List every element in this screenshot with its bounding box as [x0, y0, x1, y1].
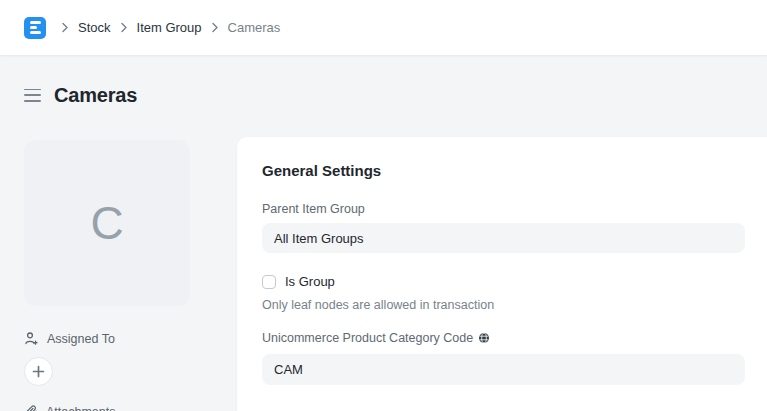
hamburger-icon — [24, 89, 41, 91]
attachments-label: Attachments — [46, 405, 115, 411]
parent-item-group-input[interactable] — [262, 223, 745, 253]
is-group-description: Only leaf nodes are allowed in transacti… — [262, 298, 767, 312]
unicommerce-category-code-label: Unicommerce Product Category Code — [262, 331, 767, 345]
assigned-to-section: Assigned To — [24, 331, 190, 346]
assign-user-plus-icon — [24, 331, 39, 346]
general-settings-card: General Settings Parent Item Group Is Gr… — [237, 137, 767, 411]
unicommerce-category-code-input[interactable] — [262, 354, 745, 385]
navbar: Stock Item Group Cameras — [0, 0, 767, 56]
page-title: Cameras — [54, 84, 137, 107]
erpnext-logo-icon — [30, 21, 41, 24]
parent-item-group-label: Parent Item Group — [262, 202, 767, 216]
chevron-right-icon — [120, 22, 128, 33]
globe-icon — [478, 332, 490, 344]
app-logo-button[interactable] — [24, 17, 46, 39]
breadcrumb: Stock Item Group Cameras — [61, 20, 280, 35]
breadcrumb-item-item-group[interactable]: Item Group — [137, 20, 202, 35]
sidebar-toggle-button[interactable] — [24, 89, 41, 102]
chevron-right-icon — [61, 22, 69, 33]
is-group-field: Is Group — [262, 274, 767, 289]
breadcrumb-item-stock[interactable]: Stock — [78, 20, 111, 35]
page-body: Cameras C Assigned To — [0, 56, 767, 411]
breadcrumb-item-current: Cameras — [228, 20, 281, 35]
paperclip-icon — [24, 405, 38, 411]
form-sidebar: C Assigned To Attachment — [24, 140, 190, 411]
section-title: General Settings — [262, 162, 767, 179]
add-assignment-button[interactable] — [24, 357, 53, 386]
item-group-avatar[interactable]: C — [24, 140, 190, 306]
plus-icon — [32, 365, 45, 378]
is-group-checkbox[interactable] — [262, 275, 276, 289]
assigned-to-label: Assigned To — [47, 332, 115, 346]
avatar-letter: C — [90, 200, 123, 246]
is-group-label: Is Group — [285, 274, 335, 289]
chevron-right-icon — [211, 22, 219, 33]
attachments-section: Attachments — [24, 405, 190, 411]
page-head: Cameras — [24, 82, 137, 108]
